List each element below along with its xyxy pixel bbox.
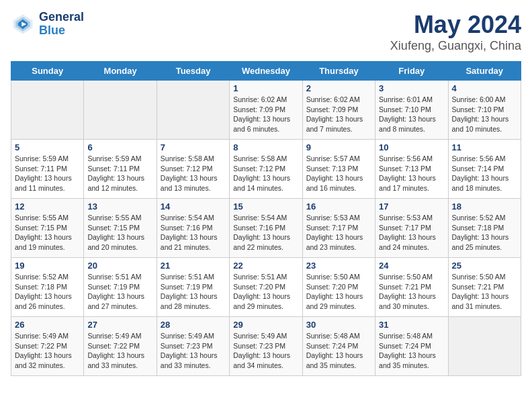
day-info: Sunrise: 5:52 AMSunset: 7:18 PMDaylight:… bbox=[452, 213, 517, 253]
calendar-cell: 28Sunrise: 5:49 AMSunset: 7:23 PMDayligh… bbox=[157, 317, 229, 376]
day-number: 7 bbox=[161, 142, 226, 152]
day-number: 11 bbox=[452, 142, 517, 152]
calendar-cell: 30Sunrise: 5:48 AMSunset: 7:24 PMDayligh… bbox=[302, 317, 375, 376]
calendar-cell bbox=[157, 81, 229, 140]
calendar-cell: 13Sunrise: 5:55 AMSunset: 7:15 PMDayligh… bbox=[84, 199, 157, 258]
calendar-body: 1Sunrise: 6:02 AMSunset: 7:09 PMDaylight… bbox=[11, 81, 521, 376]
weekday-header-monday: Monday bbox=[84, 62, 157, 81]
day-info: Sunrise: 5:56 AMSunset: 7:14 PMDaylight:… bbox=[452, 154, 517, 193]
day-info: Sunrise: 6:00 AMSunset: 7:10 PMDaylight:… bbox=[452, 95, 517, 134]
calendar-cell: 10Sunrise: 5:56 AMSunset: 7:13 PMDayligh… bbox=[375, 140, 448, 199]
day-info: Sunrise: 5:56 AMSunset: 7:13 PMDaylight:… bbox=[379, 154, 444, 193]
day-info: Sunrise: 6:02 AMSunset: 7:09 PMDaylight:… bbox=[233, 95, 298, 134]
weekday-header-sunday: Sunday bbox=[11, 62, 84, 81]
day-number: 8 bbox=[233, 142, 298, 152]
day-number: 4 bbox=[452, 83, 517, 93]
page-header: General Blue May 2024 Xiufeng, Guangxi, … bbox=[11, 11, 521, 53]
day-info: Sunrise: 5:58 AMSunset: 7:12 PMDaylight:… bbox=[161, 154, 226, 193]
day-number: 27 bbox=[87, 320, 152, 330]
day-info: Sunrise: 5:54 AMSunset: 7:16 PMDaylight:… bbox=[161, 213, 226, 253]
logo-line2: Blue bbox=[39, 24, 84, 38]
day-info: Sunrise: 5:50 AMSunset: 7:20 PMDaylight:… bbox=[306, 272, 371, 312]
logo-icon bbox=[11, 12, 35, 36]
day-number: 2 bbox=[306, 83, 371, 93]
calendar-cell: 3Sunrise: 6:01 AMSunset: 7:10 PMDaylight… bbox=[375, 81, 448, 140]
day-info: Sunrise: 5:49 AMSunset: 7:23 PMDaylight:… bbox=[233, 331, 298, 371]
calendar-cell: 21Sunrise: 5:51 AMSunset: 7:19 PMDayligh… bbox=[157, 258, 229, 317]
calendar-cell bbox=[11, 81, 84, 140]
day-number: 31 bbox=[379, 320, 444, 330]
calendar-cell: 25Sunrise: 5:50 AMSunset: 7:21 PMDayligh… bbox=[448, 258, 521, 317]
calendar-cell: 26Sunrise: 5:49 AMSunset: 7:22 PMDayligh… bbox=[11, 317, 84, 376]
calendar-cell: 20Sunrise: 5:51 AMSunset: 7:19 PMDayligh… bbox=[84, 258, 157, 317]
day-info: Sunrise: 5:59 AMSunset: 7:11 PMDaylight:… bbox=[15, 154, 80, 193]
calendar-header: SundayMondayTuesdayWednesdayThursdayFrid… bbox=[11, 62, 521, 81]
day-number: 3 bbox=[379, 83, 444, 93]
title-block: May 2024 Xiufeng, Guangxi, China bbox=[390, 11, 521, 53]
calendar-cell: 5Sunrise: 5:59 AMSunset: 7:11 PMDaylight… bbox=[11, 140, 84, 199]
calendar-cell: 7Sunrise: 5:58 AMSunset: 7:12 PMDaylight… bbox=[157, 140, 229, 199]
day-info: Sunrise: 5:48 AMSunset: 7:24 PMDaylight:… bbox=[379, 331, 444, 371]
calendar-cell: 29Sunrise: 5:49 AMSunset: 7:23 PMDayligh… bbox=[230, 317, 302, 376]
day-info: Sunrise: 5:49 AMSunset: 7:22 PMDaylight:… bbox=[87, 331, 152, 371]
day-number: 24 bbox=[379, 261, 444, 271]
calendar-week-4: 19Sunrise: 5:52 AMSunset: 7:18 PMDayligh… bbox=[11, 258, 521, 317]
calendar-cell: 24Sunrise: 5:50 AMSunset: 7:21 PMDayligh… bbox=[375, 258, 448, 317]
calendar-cell: 27Sunrise: 5:49 AMSunset: 7:22 PMDayligh… bbox=[84, 317, 157, 376]
day-info: Sunrise: 6:01 AMSunset: 7:10 PMDaylight:… bbox=[379, 95, 444, 134]
day-info: Sunrise: 5:49 AMSunset: 7:23 PMDaylight:… bbox=[161, 331, 226, 371]
day-info: Sunrise: 5:49 AMSunset: 7:22 PMDaylight:… bbox=[15, 331, 80, 371]
day-info: Sunrise: 5:53 AMSunset: 7:17 PMDaylight:… bbox=[379, 213, 444, 253]
day-info: Sunrise: 5:51 AMSunset: 7:19 PMDaylight:… bbox=[161, 272, 226, 312]
day-number: 15 bbox=[233, 201, 298, 212]
calendar-cell bbox=[448, 317, 521, 376]
day-number: 12 bbox=[15, 201, 80, 212]
day-info: Sunrise: 5:55 AMSunset: 7:15 PMDaylight:… bbox=[87, 213, 152, 253]
calendar-cell: 15Sunrise: 5:54 AMSunset: 7:16 PMDayligh… bbox=[230, 199, 302, 258]
weekday-header-friday: Friday bbox=[375, 62, 448, 81]
day-number: 30 bbox=[306, 320, 371, 330]
day-info: Sunrise: 5:54 AMSunset: 7:16 PMDaylight:… bbox=[233, 213, 298, 253]
calendar-cell: 2Sunrise: 6:02 AMSunset: 7:09 PMDaylight… bbox=[302, 81, 375, 140]
day-number: 23 bbox=[306, 261, 371, 271]
day-number: 5 bbox=[15, 142, 80, 152]
calendar-cell: 14Sunrise: 5:54 AMSunset: 7:16 PMDayligh… bbox=[157, 199, 229, 258]
calendar-cell: 31Sunrise: 5:48 AMSunset: 7:24 PMDayligh… bbox=[375, 317, 448, 376]
day-info: Sunrise: 5:58 AMSunset: 7:12 PMDaylight:… bbox=[233, 154, 298, 193]
logo-line1: General bbox=[39, 11, 84, 24]
weekday-header-thursday: Thursday bbox=[302, 62, 375, 81]
calendar-week-1: 1Sunrise: 6:02 AMSunset: 7:09 PMDaylight… bbox=[11, 81, 521, 140]
day-number: 1 bbox=[233, 83, 298, 93]
day-number: 10 bbox=[379, 142, 444, 152]
day-number: 16 bbox=[306, 201, 371, 212]
calendar-cell: 16Sunrise: 5:53 AMSunset: 7:17 PMDayligh… bbox=[302, 199, 375, 258]
calendar-cell: 19Sunrise: 5:52 AMSunset: 7:18 PMDayligh… bbox=[11, 258, 84, 317]
day-number: 14 bbox=[161, 201, 226, 212]
day-number: 18 bbox=[452, 201, 517, 212]
calendar-cell: 12Sunrise: 5:55 AMSunset: 7:15 PMDayligh… bbox=[11, 199, 84, 258]
day-info: Sunrise: 5:59 AMSunset: 7:11 PMDaylight:… bbox=[87, 154, 152, 193]
day-info: Sunrise: 6:02 AMSunset: 7:09 PMDaylight:… bbox=[306, 95, 371, 134]
calendar-cell: 18Sunrise: 5:52 AMSunset: 7:18 PMDayligh… bbox=[448, 199, 521, 258]
calendar-cell: 23Sunrise: 5:50 AMSunset: 7:20 PMDayligh… bbox=[302, 258, 375, 317]
day-number: 17 bbox=[379, 201, 444, 212]
day-info: Sunrise: 5:53 AMSunset: 7:17 PMDaylight:… bbox=[306, 213, 371, 253]
calendar-cell: 4Sunrise: 6:00 AMSunset: 7:10 PMDaylight… bbox=[448, 81, 521, 140]
day-number: 19 bbox=[15, 261, 80, 271]
day-number: 13 bbox=[87, 201, 152, 212]
calendar-title: May 2024 bbox=[390, 11, 521, 39]
weekday-header-row: SundayMondayTuesdayWednesdayThursdayFrid… bbox=[11, 62, 521, 81]
day-info: Sunrise: 5:57 AMSunset: 7:13 PMDaylight:… bbox=[306, 154, 371, 193]
calendar-cell bbox=[84, 81, 157, 140]
day-number: 21 bbox=[161, 261, 226, 271]
day-number: 22 bbox=[233, 261, 298, 271]
calendar-cell: 9Sunrise: 5:57 AMSunset: 7:13 PMDaylight… bbox=[302, 140, 375, 199]
calendar-cell: 17Sunrise: 5:53 AMSunset: 7:17 PMDayligh… bbox=[375, 199, 448, 258]
calendar-cell: 1Sunrise: 6:02 AMSunset: 7:09 PMDaylight… bbox=[230, 81, 302, 140]
calendar-week-3: 12Sunrise: 5:55 AMSunset: 7:15 PMDayligh… bbox=[11, 199, 521, 258]
logo: General Blue bbox=[11, 11, 84, 38]
day-number: 28 bbox=[161, 320, 226, 330]
calendar-week-2: 5Sunrise: 5:59 AMSunset: 7:11 PMDaylight… bbox=[11, 140, 521, 199]
day-number: 26 bbox=[15, 320, 80, 330]
day-number: 20 bbox=[87, 261, 152, 271]
